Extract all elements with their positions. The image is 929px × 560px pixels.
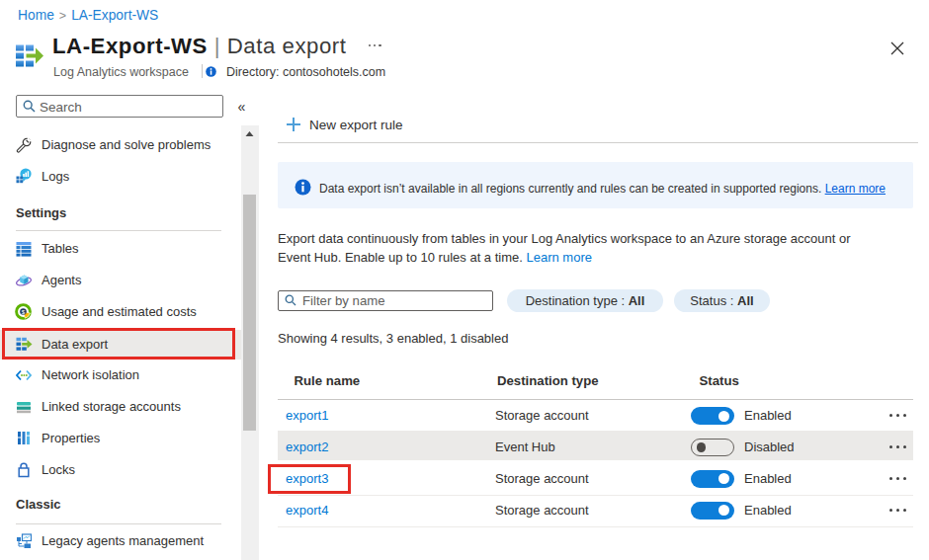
svg-text:$: $: [22, 308, 26, 315]
